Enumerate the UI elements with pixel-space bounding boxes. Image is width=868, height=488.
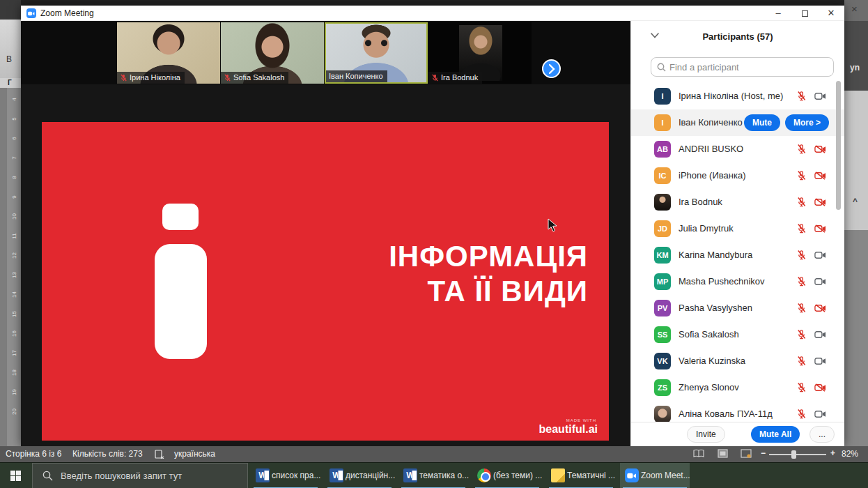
participant-name: ANDRII BUSKO [679, 144, 743, 154]
word-count[interactable]: Кількість слів: 273 [72, 449, 143, 459]
background-close-icon[interactable]: × [851, 3, 858, 15]
zoom-in-button[interactable]: + [830, 448, 835, 458]
avatar: IC [654, 167, 671, 184]
participant-name: Ірина Ніколіна (Host, me) [679, 91, 783, 101]
mute-all-button[interactable]: Mute All [751, 426, 800, 443]
mouse-cursor [548, 218, 558, 233]
participant-row[interactable]: IC iPhone (Иванка) [631, 162, 844, 189]
participant-row[interactable]: I Іван Копиченко Mute More > [631, 109, 844, 136]
avatar: I [654, 114, 671, 131]
participant-row[interactable]: Ira Bodnuk [631, 189, 844, 215]
taskbar-item-sticky-notes[interactable]: Тематичні ... [546, 463, 616, 488]
print-layout-icon[interactable] [718, 449, 728, 458]
participant-row[interactable]: SS Sofia Sakalosh [631, 321, 844, 348]
letter-i-dot-graphic [162, 204, 199, 230]
ruler-number: 10 [11, 211, 17, 222]
camera-on-icon [814, 92, 826, 100]
mic-muted-icon [796, 382, 807, 392]
ruler-number: 19 [11, 387, 17, 398]
language-indicator[interactable]: українська [174, 449, 215, 459]
mic-muted-icon [224, 74, 231, 82]
video-name-label: Ira Bodnuk [428, 72, 482, 84]
web-layout-icon[interactable] [741, 449, 752, 458]
mic-muted-icon [431, 74, 439, 82]
video-tile-active-speaker[interactable]: Іван Копиченко [325, 22, 428, 84]
made-with-label: MADE WITH [566, 418, 596, 422]
vertical-ruler: 4567891011121314151617181920 [0, 88, 21, 446]
zoom-app-icon [26, 8, 36, 18]
background-text-fragment: yn [844, 21, 868, 91]
participant-row[interactable]: AB ANDRII BUSKO [631, 136, 844, 162]
panel-more-button[interactable]: ... [809, 426, 835, 443]
taskbar-item-zoom[interactable]: Zoom Meet... [620, 463, 690, 488]
mic-muted-icon [796, 91, 807, 101]
video-tile[interactable]: Sofia Sakalosh [221, 22, 324, 84]
zoom-slider-track[interactable] [769, 454, 826, 455]
next-videos-button[interactable] [542, 59, 561, 78]
avatar: MP [654, 273, 671, 290]
avatar: PV [654, 300, 671, 317]
mic-muted-icon [796, 276, 807, 287]
mic-muted-icon [796, 303, 807, 313]
zoom-slider-thumb[interactable] [791, 450, 796, 459]
ribbon-letter: B [6, 54, 12, 64]
collapse-ribbon-icon[interactable]: ^ [853, 197, 858, 206]
start-button[interactable] [0, 463, 32, 488]
participant-row[interactable]: PV Pasha Vasylyshen [631, 295, 844, 321]
invite-button[interactable]: Invite [687, 426, 725, 443]
scrollbar-thumb[interactable] [836, 81, 841, 210]
more-button[interactable]: More > [785, 114, 829, 131]
ruler-number: 9 [11, 192, 17, 203]
participants-panel: Participants (57) Find a participant I І… [630, 21, 844, 446]
meeting-content-area: Ірина Ніколіна Sofia Sakalosh Іван Копич… [21, 21, 630, 446]
sticky-notes-icon [551, 468, 565, 482]
mic-muted-icon [796, 144, 807, 154]
tab-letter: Г [8, 79, 12, 86]
read-mode-icon[interactable] [693, 449, 704, 458]
ruler-number: 13 [11, 270, 17, 281]
slide-title: ІНФОРМАЦІЯ ТА ЇЇ ВИДИ [389, 239, 588, 309]
mic-muted-icon [796, 223, 807, 234]
mute-button[interactable]: Mute [744, 114, 780, 131]
screenshot-root: B Г 4567891011121314151617181920 × yn ^ … [0, 0, 868, 488]
participant-row[interactable]: JD Julia Dmytruk [631, 215, 844, 242]
participant-name: Pasha Vasylyshen [679, 303, 752, 313]
page-indicator[interactable]: Сторінка 6 із 6 [6, 449, 61, 459]
ruler-number: 15 [11, 309, 17, 320]
maximize-button[interactable] [791, 6, 818, 21]
chevron-right-icon [549, 64, 555, 74]
taskbar-item-chrome[interactable]: (без теми) ... [472, 463, 542, 488]
taskbar-search-input[interactable]: Введіть пошуковий запит тут [32, 463, 248, 488]
taskbar-item-word-2[interactable]: W дистанційн... [325, 463, 394, 488]
avatar: VK [654, 353, 671, 369]
proofing-icon[interactable] [155, 449, 164, 459]
participant-row[interactable]: I Ірина Ніколіна (Host, me) [631, 83, 844, 109]
camera-on-icon [814, 357, 826, 365]
avatar: ZS [654, 379, 671, 396]
ruler-number: 6 [11, 133, 17, 144]
title-bar[interactable]: Zoom Meeting – ✕ [21, 6, 844, 21]
close-button[interactable]: ✕ [818, 6, 844, 21]
taskbar-item-word-3[interactable]: W тематика о... [398, 463, 468, 488]
word-icon: W [330, 468, 343, 482]
ruler-number: 18 [11, 367, 17, 379]
search-input[interactable]: Find a participant [651, 57, 834, 77]
zoom-out-button[interactable]: − [761, 448, 766, 458]
participant-row[interactable]: KM Karina Mandybura [631, 242, 844, 268]
zoom-level[interactable]: 82% [842, 449, 858, 459]
camera-on-icon [814, 410, 826, 418]
search-placeholder: Find a participant [669, 62, 739, 73]
camera-off-icon [814, 198, 826, 206]
camera-off-icon [814, 224, 826, 233]
participant-row[interactable]: ZS Zhenya Slonov [631, 374, 844, 401]
video-tile[interactable]: Ira Bodnuk [428, 22, 532, 84]
participant-name: Masha Pushechnikov [679, 276, 765, 287]
video-name-label: Ірина Ніколіна [117, 72, 185, 84]
participant-row[interactable]: VK Valeria Kuzinska [631, 348, 844, 374]
ruler-number: 7 [11, 153, 17, 164]
video-tile[interactable]: Ірина Ніколіна [117, 22, 220, 84]
camera-on-icon [814, 251, 826, 259]
taskbar-item-word-1[interactable]: W список пра... [251, 463, 320, 488]
minimize-button[interactable]: – [765, 6, 791, 21]
participant-row[interactable]: MP Masha Pushechnikov [631, 268, 844, 295]
